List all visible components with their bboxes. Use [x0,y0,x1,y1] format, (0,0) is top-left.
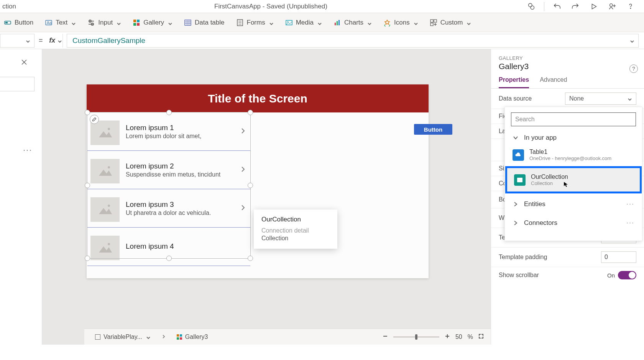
help-icon[interactable] [625,1,636,12]
play-icon[interactable] [588,1,600,12]
chevron-down-icon [269,20,274,25]
datasource-name: OurCollection [531,173,568,180]
chevron-down-icon [117,20,121,25]
gallery-icon [177,334,182,340]
datasource-item-table1[interactable]: Table1 OneDrive - henrylegge@outlook.com [505,145,642,165]
ribbon-custom-label: Custom [440,19,463,26]
close-panel-icon[interactable] [20,58,28,68]
panel-help-icon[interactable]: ? [629,64,638,73]
resize-handle[interactable] [248,256,253,261]
chevron-down-icon [58,38,62,43]
more-icon[interactable]: ··· [626,219,634,227]
chevron-right-icon [513,201,519,207]
custom-icon [430,19,437,26]
app-title: FirstCanvasApp - Saved (Unpublished) [16,3,526,10]
formula-text: CustomGallerySample [72,36,145,45]
resize-handle[interactable] [85,110,90,115]
chevron-down-icon [168,20,172,25]
app-checker-icon[interactable] [526,1,537,12]
chevron-down-icon [414,20,418,25]
more-icon[interactable]: ··· [626,200,634,208]
formula-expand-icon[interactable] [630,37,634,42]
scrollbar-toggle[interactable] [618,271,636,279]
share-icon[interactable] [606,1,618,12]
formula-input[interactable]: CustomGallerySample [67,34,639,48]
datasource-item-ourcollection[interactable]: OurCollection Collection [506,167,641,192]
datasource-search-input[interactable]: Search [511,112,636,126]
tooltip-title: OurCollection [261,216,330,223]
ribbon-custom[interactable]: Custom [428,17,473,29]
zoom-thumb[interactable] [415,334,417,340]
svg-rect-16 [137,20,140,22]
breadcrumb-screen[interactable]: VariablePlay... [91,331,154,343]
svg-rect-33 [430,20,433,22]
resize-handle[interactable] [248,110,253,115]
svg-rect-15 [133,20,136,22]
ribbon-datatable[interactable]: Data table [182,17,226,29]
gallery-control[interactable]: Lorem ipsum 1Lorem ipsum dolor sit amet,… [87,112,250,258]
ribbon-media-label: Media [296,19,314,26]
edit-template-icon[interactable] [90,115,99,124]
zoom-out-icon[interactable] [383,334,388,340]
ribbon-icons[interactable]: Icons [382,17,420,29]
section-connectors[interactable]: Connectors ··· [505,213,642,232]
template-padding-input[interactable]: 0 [601,251,636,263]
svg-rect-34 [434,20,437,22]
chevron-down-icon [317,20,322,25]
text-icon: Aa [45,19,53,26]
chevron-down-icon [513,135,519,141]
control-name[interactable]: Gallery3 [499,62,636,71]
undo-icon[interactable] [551,1,563,12]
status-bar: VariablePlay... Gallery3 50 % [84,329,491,345]
screen-icon [95,334,100,340]
media-icon [285,19,293,26]
chevron-down-icon [467,20,471,25]
prop-show-scrollbar: Show scrollbar On [491,267,644,283]
resize-handle[interactable] [248,183,253,188]
breadcrumb-gallery-label: Gallery3 [185,334,208,340]
screen-title: Title of the Screen [87,84,429,112]
tree-more-icon[interactable]: ··· [23,145,32,155]
tab-properties[interactable]: Properties [499,76,529,88]
redo-icon[interactable] [570,1,581,12]
ribbon-text[interactable]: Aa Text [43,17,77,29]
canvas-area[interactable]: Title of the Screen Button Lorem ipsum 1… [42,49,491,345]
screen-button[interactable]: Button [414,124,452,135]
property-selector[interactable] [0,34,34,48]
prop-template-padding: Template padding 0 [491,248,644,267]
ribbon-button[interactable]: Button [2,17,35,29]
fit-screen-icon[interactable] [478,334,484,340]
ribbon-button-label: Button [15,19,33,26]
resize-handle[interactable] [85,183,90,188]
resize-handle[interactable] [85,256,90,261]
section-in-your-app[interactable]: In your app [505,129,642,145]
tab-advanced[interactable]: Advanced [540,76,567,88]
svg-rect-18 [137,23,140,26]
section-label: Connectors [524,219,557,227]
ribbon-gallery[interactable]: Gallery [131,17,174,29]
resize-handle[interactable] [166,110,172,115]
section-entities[interactable]: Entities ··· [505,195,642,213]
datasource-tooltip: OurCollection Connection detail Collecti… [254,210,337,249]
svg-point-29 [287,21,288,22]
chevron-down-icon [367,20,372,25]
breadcrumb-gallery[interactable]: Gallery3 [173,331,212,343]
zoom-slider[interactable] [393,337,439,337]
ribbon-forms[interactable]: Forms [235,17,275,29]
resize-handle[interactable] [166,256,172,261]
section-label: In your app [524,134,557,142]
datasource-subtitle: OneDrive - henrylegge@outlook.com [529,155,611,161]
datatable-icon [184,19,192,26]
svg-marker-54 [564,182,568,187]
tree-search-box[interactable] [0,77,34,91]
ribbon-media[interactable]: Media [284,17,324,29]
zoom-in-icon[interactable] [445,334,450,340]
ribbon-input[interactable]: Input [86,17,123,29]
ribbon-charts[interactable]: Charts [332,17,373,29]
title-left-fragment: ction [2,3,16,10]
selection-outline [87,112,251,259]
fx-indicator[interactable]: = fx [38,34,63,48]
gallery-icon [133,19,140,26]
data-source-select[interactable]: None [565,92,636,105]
svg-marker-2 [592,4,596,9]
